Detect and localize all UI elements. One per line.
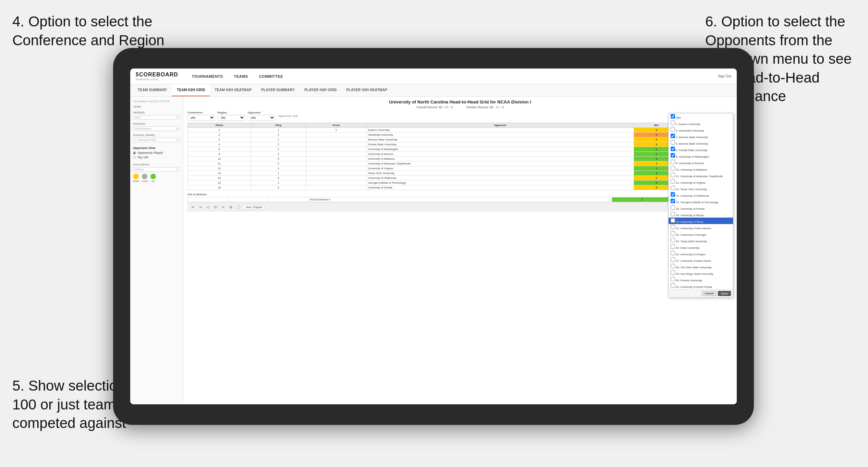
cell-reg: 3 — [251, 166, 306, 171]
logo-text: 5COREBOARD — [136, 72, 178, 78]
dropdown-item[interactable]: (All) — [669, 113, 733, 120]
cell-conf — [306, 147, 366, 152]
dropdown-item[interactable]: 18. University of Illinois — [669, 211, 733, 218]
dropdown-item[interactable]: 16. University of Florida — [669, 205, 733, 211]
table-row: 14 9 University of Oklahoma 2 2 — [188, 176, 733, 181]
colour-by-label: Colour by — [133, 163, 180, 166]
region-select[interactable]: (All) — [218, 115, 245, 121]
dropdown-item[interactable]: 27. University of Notre Dame — [669, 257, 733, 263]
dropdown-item[interactable]: 5. Arizona State University — [669, 139, 733, 146]
dropdown-item[interactable]: 30. Purdue University — [669, 276, 733, 283]
cell-opponent: University of Arkansas, Fayetteville — [367, 161, 634, 166]
dropdown-item[interactable]: 29. San Diego State University — [669, 270, 733, 276]
dropdown-item[interactable]: 21. University of New Mexico — [669, 224, 733, 231]
colour-down: Down — [133, 174, 139, 182]
logo-area: 5COREBOARD Powered by Cloud — [136, 72, 178, 81]
dropdown-item[interactable]: 15. Georgia Institute of Technology — [669, 198, 733, 205]
dropdown-item[interactable]: 12. University of Virginia — [669, 179, 733, 185]
tab-team-h2h-grid[interactable]: TEAM H2H GRID — [172, 84, 210, 96]
filter-row: Conference (All) Region (All) Opponent — [187, 111, 733, 121]
conference-select[interactable]: (All) — [187, 115, 215, 121]
undo-icon[interactable]: ↩ — [190, 205, 196, 210]
table-row: 16 3 University of Florida 5 1 — [188, 185, 733, 190]
tablet-screen: 5COREBOARD Powered by Cloud TOURNAMENTS … — [130, 69, 737, 404]
radio-opponents-played[interactable]: Opponents Played — [133, 151, 180, 155]
dropdown-item[interactable]: 22. University of Georgia — [669, 231, 733, 237]
tab-player-summary[interactable]: PLAYER SUMMARY — [256, 84, 299, 96]
dropdown-item[interactable]: 6. Florida State University — [669, 146, 733, 152]
cell-conf — [306, 161, 366, 166]
dropdown-item[interactable]: 23. Texas A&M University — [669, 237, 733, 244]
colour-up: Up — [150, 174, 156, 182]
nav-tournaments[interactable]: TOURNAMENTS — [186, 69, 229, 84]
redo-icon[interactable]: ↪ — [198, 205, 203, 210]
cancel-button[interactable]: Cancel — [702, 291, 717, 296]
tab-team-h2h-heatmap[interactable]: TEAM H2H HEATMAP — [210, 84, 256, 96]
last-updated-text: Last Updated: 4/11/2014 16:55:38 — [133, 100, 180, 102]
cell-reg: 3 — [251, 185, 306, 190]
tab-player-h2h-heatmap[interactable]: PLAYER H2H HEATMAP — [342, 84, 392, 96]
sign-out-button[interactable]: Sign Out — [718, 74, 731, 78]
data-table: #Rank #Reg #Conf Opponent Win Loss 2 1 1… — [187, 123, 733, 190]
table-row: 8 2 University of Washington 1 0 — [188, 147, 733, 152]
dropdown-item[interactable]: 24. Duke University — [669, 244, 733, 250]
conference-filter-label: Conference — [187, 111, 215, 114]
dropdown-item[interactable]: 9. University of Arizona — [669, 159, 733, 165]
dropdown-item[interactable]: 20. University of Texas — [669, 218, 733, 224]
second-nav: TEAM SUMMARY TEAM H2H GRID TEAM H2H HEAT… — [130, 84, 737, 97]
view-label: View: Original — [243, 205, 265, 209]
dropdown-item[interactable]: 11. University of Arkansas, Fayetteville — [669, 172, 733, 179]
apply-button[interactable]: Apply — [718, 291, 731, 296]
col-opponent: Opponent — [367, 123, 634, 128]
ncaa2-conf — [268, 197, 309, 202]
refresh-icon[interactable]: ⟳ — [213, 205, 218, 210]
radio-top100[interactable]: Top 100 — [133, 156, 180, 159]
opponent-select[interactable]: (All) — [248, 115, 275, 121]
cell-opponent: Auburn University — [367, 128, 634, 133]
dropdown-item[interactable]: 28. The Ohio State University — [669, 263, 733, 270]
cell-conf — [306, 133, 366, 137]
table-row: 2 1 1 Auburn University 2 1 — [188, 128, 733, 133]
cell-rank: 6 — [188, 142, 251, 147]
tab-team-summary[interactable]: TEAM SUMMARY — [133, 84, 172, 96]
division-select[interactable]: NCAA Division I▼ — [133, 126, 180, 131]
radio-top100-dot — [133, 156, 136, 159]
clock-icon[interactable]: 🕐 — [235, 205, 241, 210]
copy-icon[interactable]: ⧉ — [228, 205, 233, 210]
ncaa2-name: NCAA Division II — [309, 197, 612, 202]
gender-select[interactable]: Men's▼ — [133, 115, 180, 120]
cell-rank: 15 — [188, 181, 251, 185]
dropdown-footer: Cancel Apply — [669, 289, 733, 297]
col-reg: #Reg — [251, 123, 306, 128]
opponent-dropdown[interactable]: (All) 2. Auburn University 3. Vanderbilt… — [668, 113, 733, 298]
cell-reg: 4 — [251, 181, 306, 185]
table-row: NCAA Division II 1 0 — [188, 197, 733, 202]
page-title: University of North Carolina Head-to-Hea… — [187, 99, 733, 105]
back-icon[interactable]: ◁ — [205, 205, 211, 210]
tab-player-h2h-grid[interactable]: PLAYER H2H GRID — [299, 84, 342, 96]
nav-teams[interactable]: TEAMS — [229, 69, 254, 84]
dropdown-item[interactable]: 2. Auburn University — [669, 120, 733, 126]
dropdown-item[interactable]: 3. Vanderbilt University — [669, 126, 733, 133]
cell-opponent: Vanderbilt University — [367, 133, 634, 137]
cell-reg: 2 — [251, 142, 306, 147]
cell-reg: 1 — [251, 128, 306, 133]
dropdown-item[interactable]: 4. Arizona State University — [669, 133, 733, 139]
table-row: 12 3 University of Virginia 1 0 — [188, 166, 733, 171]
dropdown-item[interactable]: 31. University of North Florida — [669, 283, 733, 289]
cell-opponent: University of Florida — [367, 185, 634, 190]
cell-opponent: University of Oklahoma — [367, 176, 634, 181]
col-conf: #Conf — [306, 123, 366, 128]
division-record: Division Record: 88 - 17 - 0 — [466, 106, 504, 109]
cell-reg: 2 — [251, 147, 306, 152]
dropdown-item[interactable]: 14. University of Oklahoma — [669, 192, 733, 198]
nav-committee[interactable]: COMMITTEE — [254, 69, 289, 84]
dropdown-item[interactable]: 8. University of Washington — [669, 152, 733, 159]
colour-select[interactable]: Win/loss▼ — [133, 167, 180, 172]
cut-icon[interactable]: ✂ — [220, 205, 226, 210]
dropdown-item[interactable]: 10. University of Alabama — [669, 165, 733, 172]
dropdown-item[interactable]: 25. University of Oregon — [669, 250, 733, 257]
school-select[interactable]: 1. University of Nort...▼ — [133, 138, 180, 142]
cell-reg: 6 — [251, 161, 306, 166]
dropdown-item[interactable]: 13. Texas Tech University — [669, 185, 733, 192]
